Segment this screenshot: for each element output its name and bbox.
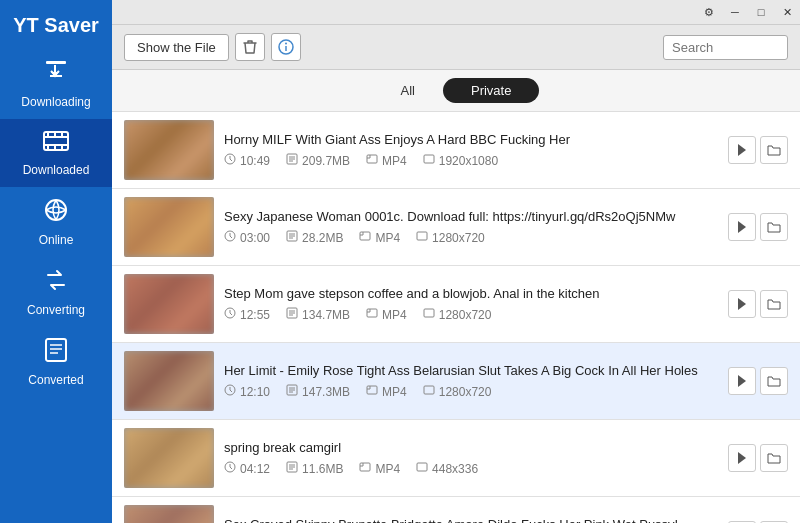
video-info: Sex Craved Skinny Brunette Bridgette Amo… (224, 517, 718, 523)
resolution-icon (423, 384, 435, 399)
video-duration: 12:55 (224, 307, 270, 322)
video-meta: 10:49 209.7MB MP4 (224, 153, 718, 168)
video-info: spring break camgirl 04:12 11.6MB (224, 440, 718, 476)
svg-rect-40 (367, 309, 377, 317)
video-info: Her Limit - Emily Rose Tight Ass Belarus… (224, 363, 718, 399)
svg-point-11 (46, 200, 66, 220)
resolution-icon (423, 307, 435, 322)
list-item[interactable]: spring break camgirl 04:12 11.6MB (112, 420, 800, 497)
clock-icon (224, 153, 236, 168)
svg-marker-50 (738, 375, 746, 387)
video-actions (728, 444, 788, 472)
video-actions (728, 136, 788, 164)
play-button[interactable] (728, 444, 756, 472)
video-resolution: 1280x720 (416, 230, 485, 245)
video-format: MP4 (366, 307, 407, 322)
video-info: Step Mom gave stepson coffee and a blowj… (224, 286, 718, 322)
list-item[interactable]: Step Mom gave stepson coffee and a blowj… (112, 266, 800, 343)
video-title: Horny MILF With Giant Ass Enjoys A Hard … (224, 132, 718, 147)
svg-rect-25 (424, 155, 434, 163)
clock-icon (224, 461, 236, 476)
play-button[interactable] (728, 367, 756, 395)
sidebar-item-converting[interactable]: Converting (0, 257, 112, 327)
svg-rect-57 (417, 463, 427, 471)
video-title: Sexy Japanese Woman 0001c. Download full… (224, 209, 718, 224)
list-item[interactable]: Her Limit - Emily Rose Tight Ass Belarus… (112, 343, 800, 420)
sidebar-item-downloading-label: Downloading (21, 95, 90, 109)
sidebar-item-downloaded[interactable]: Downloaded (0, 119, 112, 187)
video-actions (728, 367, 788, 395)
list-item[interactable]: Sex Craved Skinny Brunette Bridgette Amo… (112, 497, 800, 523)
video-meta: 12:55 134.7MB MP4 (224, 307, 718, 322)
video-title: Step Mom gave stepson coffee and a blowj… (224, 286, 718, 301)
maximize-btn[interactable]: □ (748, 2, 774, 22)
delete-button[interactable] (235, 33, 265, 61)
svg-rect-32 (360, 232, 370, 240)
video-actions (728, 290, 788, 318)
folder-button[interactable] (760, 213, 788, 241)
sidebar: YT Saver Downloading (0, 0, 112, 523)
resolution-icon (416, 230, 428, 245)
search-input[interactable] (663, 35, 788, 60)
sidebar-item-converted[interactable]: Converted (0, 327, 112, 397)
list-item[interactable]: Sexy Japanese Woman 0001c. Download full… (112, 189, 800, 266)
video-list: Horny MILF With Giant Ass Enjoys A Hard … (112, 112, 800, 523)
folder-button[interactable] (760, 367, 788, 395)
sidebar-item-downloading[interactable]: Downloading (0, 47, 112, 119)
video-duration: 10:49 (224, 153, 270, 168)
tab-all[interactable]: All (373, 78, 443, 103)
video-size: 209.7MB (286, 153, 350, 168)
svg-rect-6 (54, 132, 56, 136)
svg-rect-4 (44, 144, 68, 146)
svg-rect-56 (360, 463, 370, 471)
svg-rect-41 (424, 309, 434, 317)
format-icon (359, 230, 371, 245)
video-resolution: 1920x1080 (423, 153, 498, 168)
video-resolution: 1280x720 (423, 384, 492, 399)
svg-rect-8 (47, 146, 49, 150)
file-icon (286, 307, 298, 322)
svg-rect-7 (61, 132, 63, 136)
play-button[interactable] (728, 213, 756, 241)
resolution-icon (416, 461, 428, 476)
video-actions (728, 213, 788, 241)
video-thumbnail (124, 197, 214, 257)
video-thumbnail (124, 428, 214, 488)
play-button[interactable] (728, 136, 756, 164)
video-duration: 04:12 (224, 461, 270, 476)
tab-private[interactable]: Private (443, 78, 539, 103)
svg-rect-49 (424, 386, 434, 394)
film-icon (42, 129, 70, 159)
clock-icon (224, 230, 236, 245)
video-format: MP4 (359, 230, 400, 245)
play-button[interactable] (728, 290, 756, 318)
video-size: 28.2MB (286, 230, 343, 245)
show-file-button[interactable]: Show the File (124, 34, 229, 61)
video-format: MP4 (366, 153, 407, 168)
file-icon (286, 153, 298, 168)
svg-marker-58 (738, 452, 746, 464)
file-icon (286, 461, 298, 476)
svg-rect-12 (46, 339, 66, 361)
info-button[interactable] (271, 33, 301, 61)
format-icon (366, 307, 378, 322)
video-duration: 12:10 (224, 384, 270, 399)
sidebar-item-online[interactable]: Online (0, 187, 112, 257)
folder-button[interactable] (760, 290, 788, 318)
svg-rect-48 (367, 386, 377, 394)
settings-window-btn[interactable]: ⚙ (696, 2, 722, 22)
minimize-btn[interactable]: ─ (722, 2, 748, 22)
toolbar: Show the File (112, 25, 800, 70)
converted-icon (44, 337, 68, 369)
video-resolution: 1280x720 (423, 307, 492, 322)
svg-rect-0 (46, 61, 66, 64)
window-controls-bar: ⚙ ─ □ ✕ (112, 0, 800, 25)
list-item[interactable]: Horny MILF With Giant Ass Enjoys A Hard … (112, 112, 800, 189)
video-thumbnail (124, 351, 214, 411)
video-resolution: 448x336 (416, 461, 478, 476)
sidebar-item-online-label: Online (39, 233, 74, 247)
svg-rect-5 (47, 132, 49, 136)
folder-button[interactable] (760, 136, 788, 164)
close-btn[interactable]: ✕ (774, 2, 800, 22)
folder-button[interactable] (760, 444, 788, 472)
